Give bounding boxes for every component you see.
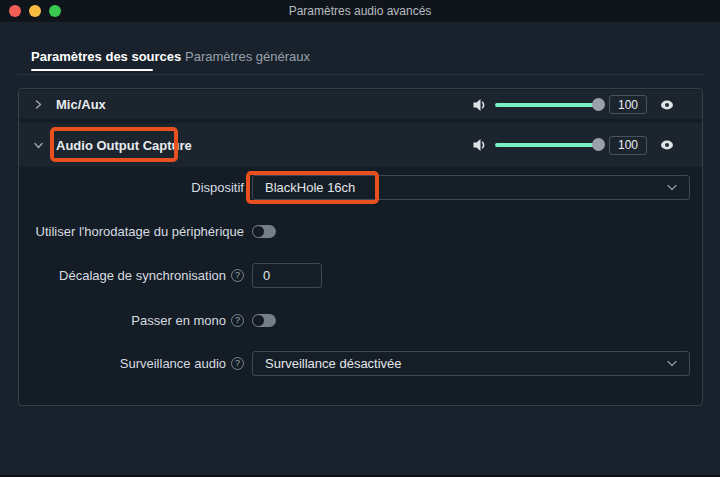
- minimize-button[interactable]: [29, 5, 41, 17]
- mono-label: Passer en mono: [131, 313, 226, 328]
- eye-icon[interactable]: [659, 139, 675, 151]
- zoom-button[interactable]: [49, 5, 61, 17]
- device-selected-value: BlackHole 16ch: [265, 180, 355, 195]
- tab-general-settings[interactable]: Paramètres généraux: [185, 49, 310, 64]
- volume-value[interactable]: 100: [609, 95, 647, 114]
- slider-handle[interactable]: [592, 138, 605, 151]
- help-icon: ?: [231, 357, 244, 370]
- sync-offset-input[interactable]: 0: [252, 263, 322, 288]
- titlebar: Paramètres audio avancés: [0, 0, 720, 22]
- chevron-down-icon[interactable]: [33, 140, 44, 151]
- source-row-mic-aux[interactable]: Mic/Aux 100: [19, 90, 702, 119]
- volume-slider[interactable]: [495, 103, 599, 107]
- sync-offset-row: Décalage de synchronisation ? 0: [19, 262, 703, 289]
- advanced-audio-properties-window: Paramètres audio avancés Paramètres des …: [0, 0, 720, 477]
- source-name: Audio Output Capture: [56, 138, 192, 153]
- window-title: Paramètres audio avancés: [0, 0, 720, 22]
- speaker-icon[interactable]: [472, 138, 488, 152]
- speaker-icon[interactable]: [472, 98, 488, 112]
- chevron-down-icon: [667, 184, 677, 191]
- volume-value[interactable]: 100: [609, 136, 647, 155]
- active-tab-underline: [31, 69, 153, 71]
- audio-monitoring-selected-value: Surveillance désactivée: [265, 356, 402, 371]
- device-timestamp-label: Utiliser l'horodatage du périphérique: [36, 224, 244, 239]
- mono-row: Passer en mono ?: [19, 307, 703, 333]
- source-row-audio-output-capture[interactable]: Audio Output Capture 100: [19, 123, 702, 167]
- slider-handle[interactable]: [592, 98, 605, 111]
- traffic-lights: [0, 5, 61, 17]
- toggle-knob: [253, 315, 264, 326]
- audio-monitoring-select[interactable]: Surveillance désactivée: [252, 351, 690, 376]
- chevron-right-icon[interactable]: [33, 99, 44, 110]
- mono-toggle[interactable]: [252, 314, 276, 327]
- close-button[interactable]: [9, 5, 21, 17]
- volume-slider[interactable]: [495, 143, 599, 147]
- sync-offset-label: Décalage de synchronisation: [59, 268, 226, 283]
- help-icon: ?: [231, 269, 244, 282]
- eye-icon[interactable]: [659, 99, 675, 111]
- device-row: Dispositif BlackHole 16ch: [19, 172, 703, 203]
- toggle-knob: [253, 226, 264, 237]
- tabs-divider: [18, 74, 705, 75]
- source-name: Mic/Aux: [56, 97, 106, 112]
- device-label: Dispositif: [191, 180, 244, 195]
- help-icon: ?: [231, 314, 244, 327]
- audio-monitoring-row: Surveillance audio ? Surveillance désact…: [19, 350, 703, 377]
- audio-monitoring-label: Surveillance audio: [120, 356, 226, 371]
- tab-source-settings[interactable]: Paramètres des sources: [31, 49, 181, 64]
- device-select[interactable]: BlackHole 16ch: [252, 175, 690, 200]
- chevron-down-icon: [667, 360, 677, 367]
- device-timestamp-toggle[interactable]: [252, 225, 276, 238]
- device-timestamp-row: Utiliser l'horodatage du périphérique: [19, 219, 703, 244]
